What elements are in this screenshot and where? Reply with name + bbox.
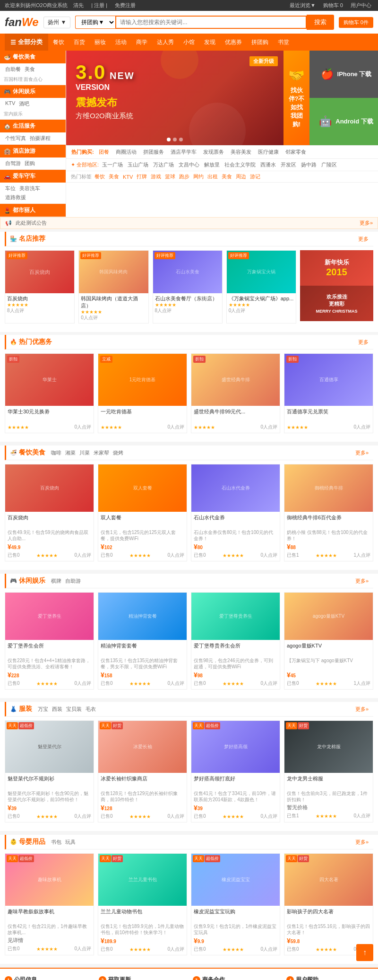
search-input[interactable] (115, 16, 306, 29)
tab-bbq[interactable]: 烧烤 (113, 449, 123, 456)
fashion-tab-4[interactable]: 毛衣 (86, 706, 96, 713)
fashion-prod-1[interactable]: 天天 超低价 魅登菜代尔 魅登菜代尔不规则衫 魅登菜代尔不规则衫！包含90元的，… (5, 720, 94, 822)
nav-item-star[interactable]: 达人秀 (152, 34, 179, 51)
sidebar-link-buffet[interactable]: 自助餐 (4, 65, 22, 73)
hot-tag-hotel[interactable]: 酒店早学车 (169, 148, 198, 156)
recent-browse[interactable]: 最近浏览▼ (290, 2, 316, 9)
sidebar-link-wash[interactable]: 美容洗车 (18, 184, 42, 192)
hot-tag-mall[interactable]: 商圈活动 (114, 148, 138, 156)
hot-tag-beauty[interactable]: 美容美发 (229, 148, 253, 156)
stag-food3[interactable]: 美食 (222, 173, 232, 180)
kids-prod-4[interactable]: 天天 好货 四大名著 影响孩子的四大名著 仅售1元！包含155.16元，影响孩子… (284, 853, 373, 955)
search-category-select[interactable]: 拼团购▼ (75, 16, 115, 29)
dot-2[interactable] (173, 138, 177, 141)
fashion-prod-4[interactable]: 天天 好货 龙中龙棉服 龙中龙男士棉服 仅售！包含前向3元，前已跑龙套，1件折扣… (284, 720, 373, 822)
featured-more[interactable]: 更多 (358, 236, 369, 243)
kids-prod-1[interactable]: 天天 超低价 趣味故事机 趣味早教叙叙故事机 仅售42元！包含21元的，1件趣味… (5, 853, 94, 955)
nav-item-department[interactable]: 百货 (69, 34, 90, 51)
city-selector[interactable]: 扬州 ▼ (43, 17, 71, 28)
search-button[interactable]: 搜索 (307, 15, 334, 30)
food-more[interactable]: 更多» (355, 449, 369, 456)
deal-item-3[interactable]: 折扣 盛世经典牛排 盛世经典牛排99元代... ★★★★★ 0人点评 (191, 353, 280, 433)
nav-item-shop[interactable]: 小馆 (179, 34, 199, 51)
leisure-prod-1[interactable]: 爱丁堡养生 爱丁堡养生会所 仅售228元！包含4+4+1精油推拿套路，可提供免费… (5, 592, 94, 690)
register-link[interactable]: | 注册 | (91, 2, 107, 9)
android-download-btn[interactable]: 🤖 Android 下载 (309, 98, 378, 145)
user-center[interactable]: 用户中心 (351, 2, 371, 9)
hot-deals-more[interactable]: 更多 (358, 339, 369, 346)
cart-top[interactable]: 购物车 0 (323, 2, 343, 9)
fashion-tab-1[interactable]: 万宝 (38, 706, 48, 713)
fashion-prod-2[interactable]: 天天 好货 冰爱长袖 冰爱长袖针织豫商店 仅售128元！包含129元的长袖针织豫… (98, 720, 187, 822)
kids-more[interactable]: 更多» (355, 839, 369, 846)
sidebar-sublink-noodle[interactable]: 面食点心 (24, 76, 43, 83)
leisure-prod-3[interactable]: 爱丁堡尊贵养生 爱丁堡尊贵养生会所 仅售98元，包含246元的代金券，可到超通，… (191, 592, 280, 690)
loc-8[interactable]: 开发区 (279, 161, 298, 169)
nav-item-beauty[interactable]: 丽妆 (90, 34, 111, 51)
sidebar-link-course[interactable]: 拍摄课程 (28, 134, 52, 142)
sidebar-link-rescue[interactable]: 道路救援 (4, 193, 27, 201)
loc-7[interactable]: 西潘水 (259, 161, 277, 169)
loc-4[interactable]: 文昌中心 (177, 161, 201, 169)
loc-5[interactable]: 解放里 (203, 161, 221, 169)
nav-item-discover[interactable]: 发现 (199, 34, 220, 51)
dot-1[interactable] (167, 138, 171, 141)
loc-6[interactable]: 社会主义学院 (223, 161, 257, 169)
nav-item-business[interactable]: 商学 (131, 34, 152, 51)
kids-tab-bag[interactable]: 书包 (51, 839, 61, 846)
find-partner-banner[interactable]: 🤝 找伙伴?不如找我团购! (284, 51, 309, 145)
stag-nearby[interactable]: 周边 (236, 173, 246, 180)
tab-mijia[interactable]: 米家帮 (94, 449, 109, 456)
sidebar-link-parking[interactable]: 车位 (4, 184, 17, 192)
nav-item-book[interactable]: 书堂 (273, 34, 294, 51)
nav-item-food[interactable]: 餐饮 (48, 34, 69, 51)
featured-item-3[interactable]: 好评推荐 石山水美食 石山水美食餐厅（东街店） ★★★★★ 8人点评 (153, 250, 223, 324)
loc-9[interactable]: 扬中路 (300, 161, 318, 169)
tab-coffee[interactable]: 咖啡 (51, 449, 61, 456)
nav-all-category[interactable]: ☰ 全部分类 (5, 34, 48, 51)
sidebar-link-bar[interactable]: 酒吧 (17, 100, 31, 108)
fashion-more[interactable]: 更多» (355, 706, 369, 713)
fashion-tab-2[interactable]: 西装 (52, 706, 62, 713)
sidebar-link-group-buy[interactable]: 团购 (23, 159, 36, 167)
stag-food1[interactable]: 餐饮 (94, 173, 105, 180)
fashion-tab-3[interactable]: 宝贝装 (66, 706, 82, 713)
tab-hunan[interactable]: 湘菜 (65, 449, 76, 456)
featured-item-2[interactable]: 好评推荐 韩国风味烤肉 韩国风味烤肉（道道大酒店） ★★★★★ 0人点评 (78, 250, 148, 324)
hot-tag-ticket[interactable]: 发现票务 (201, 148, 226, 156)
deal-item-2[interactable]: 立减 1元吃肯德基 一元吃肯德基 ★★★★★ 0人点评 (98, 353, 187, 433)
leisure-more[interactable]: 更多» (355, 578, 369, 585)
nav-item-activity[interactable]: 活动 (111, 34, 131, 51)
cart-area[interactable]: 购物车 0件 (339, 17, 373, 28)
new-year-banner[interactable]: 新年快乐 2015 (300, 250, 373, 286)
featured-item-4[interactable]: 好评推荐 万象锅宝火锅 《万象锅宝火锅广场》app... ★★★★★ 0人点评 (226, 250, 296, 324)
hot-tag-service[interactable]: 拼团服务 (141, 148, 166, 156)
food-prod-2[interactable]: 双人套餐 双人套餐 仅售1元，包含125元的125元双人套餐，提供免费WiFi … (98, 464, 187, 561)
loc-10[interactable]: 广陵区 (320, 161, 338, 169)
scroll-to-top[interactable]: ↑ (356, 944, 373, 961)
sidebar-link-food[interactable]: 美食 (23, 65, 36, 73)
deal-item-4[interactable]: 折扣 百通德享 百通德享元兑票笑 ★★★★★ 0人点评 (284, 353, 373, 433)
food-prod-1[interactable]: 百炭烧肉 百炭烧肉 仅售49.9元！包含59元的烧烤肉食品双人自助... ¥49… (5, 464, 94, 561)
nav-item-coupon[interactable]: 优惠券 (220, 34, 247, 51)
nav-item-group[interactable]: 拼团购 (247, 34, 273, 51)
food-prod-3[interactable]: 石山水代金券 石山水代金券 石山水金券仅售80元！包含100元的代金券！ ¥80… (191, 464, 280, 561)
sidebar-link-photo[interactable]: 个性写真 (4, 134, 27, 142)
stag-rent[interactable]: 出租 (207, 173, 218, 180)
stag-net[interactable]: 网约 (193, 173, 204, 180)
featured-item-1[interactable]: 好评推荐 百炭烧肉 百炭烧肉 ★★★★★ 8人点评 (5, 250, 75, 324)
stag-game[interactable]: 游戏 (151, 173, 161, 180)
stag-basket[interactable]: 篮球 (165, 173, 175, 180)
sidebar-sublink-indoor[interactable]: 室内娱乐 (4, 111, 23, 117)
dot-3[interactable] (179, 138, 183, 141)
deal-item-1[interactable]: 折扣 华莱士 华莱士30元兑换劵 ★★★★★ 0人点评 (5, 353, 94, 433)
food-prod-4[interactable]: 御桃经典牛排 御桃经典牛排6百代金券 奶桃小辣 仅售88元！包含100元的代金券… (284, 464, 373, 561)
kids-prod-3[interactable]: 天天 超低价 橡皮泥益宝宝 橡皮泥益宝宝玩购 仅售9.9元！包含1元的，1件橡皮… (191, 853, 280, 955)
main-banner-slide[interactable]: 全新升级 3.0 NEW VERSION 震撼发布 方维O2O商业系统 (66, 51, 284, 145)
stag-run[interactable]: 跑步 (179, 173, 189, 180)
hot-tag-medical[interactable]: 医疗健康 (256, 148, 281, 156)
notice-more-link[interactable]: 更多» (360, 219, 373, 227)
sidebar-sublink-world[interactable]: 百国料理 (4, 76, 23, 83)
ios-download-btn[interactable]: 🍎 IPhone 下载 (309, 51, 378, 98)
stag-poker[interactable]: 打牌 (137, 173, 147, 180)
